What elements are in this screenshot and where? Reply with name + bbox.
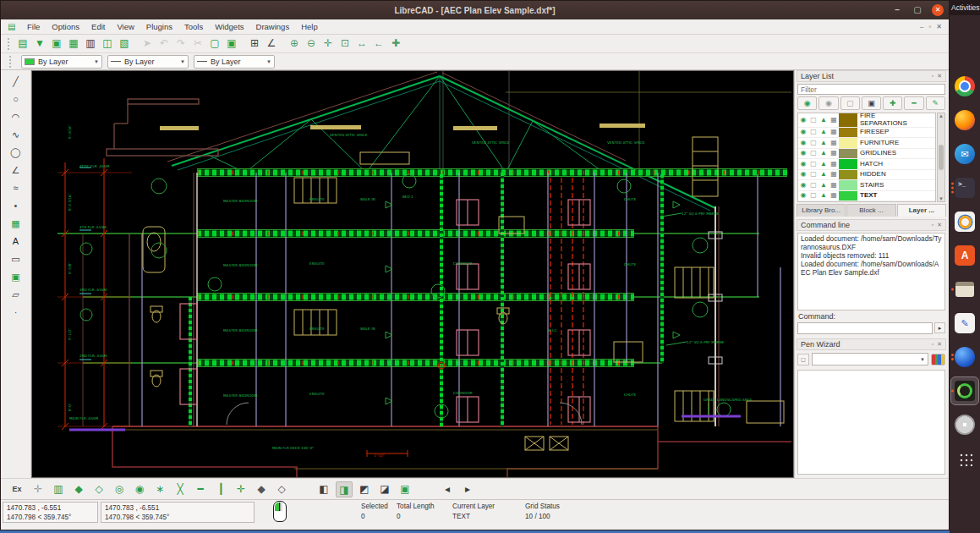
mdi-minimize-button[interactable]: –: [920, 23, 923, 30]
layer-row-stairs[interactable]: ◉▢▲▦STAIRS: [798, 180, 935, 191]
dock-item-globe[interactable]: [951, 343, 978, 371]
close-button[interactable]: ✕: [932, 4, 944, 16]
dock-area-right-button[interactable]: ◨: [336, 481, 353, 497]
layer-lock-icon[interactable]: ▢: [808, 116, 818, 124]
dock-area-floating-button[interactable]: ▣: [397, 481, 413, 497]
grid-toggle-button[interactable]: ⊞: [247, 36, 262, 52]
scroll-thumb[interactable]: [939, 145, 944, 170]
layer-visible-icon[interactable]: ◉: [798, 128, 808, 136]
tab-librarybro[interactable]: Library Bro...: [797, 204, 846, 217]
layer-print-icon[interactable]: ▦: [829, 160, 839, 168]
layer-construction-icon[interactable]: ▲: [818, 170, 829, 179]
exclusive-snap-button[interactable]: Ex: [8, 485, 26, 493]
unlock-all-layers-button[interactable]: ▢: [840, 96, 860, 110]
layer-row-firesep[interactable]: ◉▢▲▦FIRESEP: [798, 128, 935, 139]
mdi-close-button[interactable]: ✕: [936, 23, 942, 30]
undock-icon[interactable]: ▫: [932, 341, 933, 348]
layer-print-icon[interactable]: ▦: [829, 191, 839, 200]
dock-item-text-editor[interactable]: [951, 310, 978, 337]
snap-middle-button[interactable]: ◉: [131, 481, 148, 497]
polyline-tool-button[interactable]: ∠: [8, 162, 25, 179]
dock-item-librecad[interactable]: [951, 377, 978, 404]
mdi-restore-button[interactable]: ▫: [928, 23, 931, 30]
layer-print-icon[interactable]: ▦: [829, 149, 839, 157]
dock-item-ubuntu-software[interactable]: [951, 242, 978, 269]
hatch-tool-button[interactable]: ▦: [8, 216, 25, 233]
tab-block[interactable]: Block ...: [846, 204, 895, 217]
layer-visible-icon[interactable]: ◉: [798, 191, 808, 200]
toggle-left-dock-button[interactable]: ◂: [439, 481, 456, 497]
pw-pen-list[interactable]: [797, 370, 945, 475]
snap-distance-button[interactable]: ∗: [151, 481, 168, 497]
freehand-tool-button[interactable]: ≈: [8, 180, 25, 197]
minimize-button[interactable]: –: [891, 4, 903, 16]
redraw-button[interactable]: ✚: [388, 36, 403, 52]
menu-tools[interactable]: Tools: [178, 20, 209, 33]
pen-width-combo[interactable]: By Layer ▼: [107, 55, 189, 69]
zoom-out-button[interactable]: ⊖: [304, 36, 319, 52]
dock-item-mail[interactable]: [951, 140, 978, 168]
snap-intersection-button[interactable]: ╳: [172, 481, 189, 497]
command-input[interactable]: [797, 322, 933, 334]
activities-button[interactable]: Activities: [950, 0, 980, 15]
layer-print-icon[interactable]: ▦: [829, 139, 839, 147]
toolbar-handle[interactable]: [8, 38, 11, 50]
lock-relative-zero-button[interactable]: ◇: [273, 481, 290, 497]
toolbar-handle[interactable]: [9, 56, 13, 68]
dock-item-disc[interactable]: [951, 411, 978, 438]
dock-area-bottom-button[interactable]: ◪: [376, 481, 393, 497]
layer-print-icon[interactable]: ▦: [829, 170, 839, 179]
layer-print-icon[interactable]: ▦: [829, 128, 839, 136]
zoom-pan-button[interactable]: ↔: [354, 36, 370, 52]
layer-lock-icon[interactable]: ▢: [808, 149, 818, 157]
menu-plugins[interactable]: Plugins: [140, 20, 178, 33]
snap-endpoint-button[interactable]: ◆: [70, 481, 87, 497]
layer-row-text[interactable]: ◉▢▲▦TEXT: [798, 191, 935, 202]
layer-construction-icon[interactable]: ▲: [818, 128, 829, 136]
modify-layer-button[interactable]: ✎: [926, 96, 945, 110]
drawing-canvas[interactable]: 9'-3/16"8'-2 3/16"9'-5/8"9'-1/2"8'-0"ATT…: [31, 70, 794, 478]
ellipse-tool-button[interactable]: ◯: [8, 145, 25, 162]
scroll-up-icon[interactable]: ▲: [939, 113, 944, 118]
layer-lock-icon[interactable]: ▢: [808, 191, 818, 200]
toggle-right-dock-button[interactable]: ▸: [459, 481, 476, 497]
export-pdf-button[interactable]: ▧: [117, 36, 132, 52]
text-tool-button[interactable]: A: [8, 234, 25, 250]
menu-options[interactable]: Options: [46, 20, 85, 33]
show-all-layers-button[interactable]: ◉: [797, 96, 817, 110]
pen-wizard-header[interactable]: Pen Wizard ▫ ✕: [797, 338, 946, 350]
hide-all-layers-button[interactable]: ◉: [818, 96, 838, 110]
command-options-button[interactable]: ▸: [934, 322, 945, 333]
lock-all-layers-button[interactable]: ▣: [862, 96, 881, 110]
remove-layer-button[interactable]: ━: [904, 96, 923, 110]
restrict-horizontal-button[interactable]: ━: [192, 481, 209, 497]
menu-widgets[interactable]: Widgets: [209, 20, 249, 33]
layer-visible-icon[interactable]: ◉: [798, 116, 808, 124]
dock-item-app-grid[interactable]: [951, 445, 978, 472]
layer-construction-icon[interactable]: ▲: [818, 181, 829, 190]
layer-lock-icon[interactable]: ▢: [808, 128, 818, 136]
layer-visible-icon[interactable]: ◉: [798, 139, 808, 147]
circle-tool-button[interactable]: ○: [8, 91, 25, 108]
dimension-tool-button[interactable]: ▭: [8, 251, 25, 268]
layer-visible-icon[interactable]: ◉: [798, 160, 808, 168]
snap-on-entity-button[interactable]: ◇: [90, 481, 107, 497]
save-as-button[interactable]: ▦: [66, 36, 81, 52]
close-icon[interactable]: ✕: [937, 341, 942, 348]
layer-row-hidden[interactable]: ◉▢▲▦HIDDEN: [798, 170, 935, 181]
close-icon[interactable]: ✕: [937, 222, 942, 228]
undock-icon[interactable]: ▫: [932, 222, 933, 228]
image-tool-button[interactable]: ▣: [8, 269, 25, 286]
layer-row-fire-separations[interactable]: ◉▢▲▦FIRE SEPARATIONS: [798, 113, 935, 128]
arc-tool-button[interactable]: ◠: [8, 109, 25, 126]
new-drawing-button[interactable]: ▤: [15, 36, 30, 52]
menu-view[interactable]: View: [111, 20, 140, 33]
layer-visible-icon[interactable]: ◉: [798, 149, 808, 157]
restrict-nothing-button[interactable]: ✛: [233, 481, 249, 497]
layer-print-icon[interactable]: ▦: [829, 181, 839, 190]
line-tool-button[interactable]: ╱: [8, 74, 25, 91]
layer-construction-icon[interactable]: ▲: [818, 116, 829, 124]
layer-construction-icon[interactable]: ▲: [818, 149, 829, 157]
isometric-grid-button[interactable]: ∠: [264, 36, 279, 52]
zoom-window-button[interactable]: ⊡: [337, 36, 353, 52]
